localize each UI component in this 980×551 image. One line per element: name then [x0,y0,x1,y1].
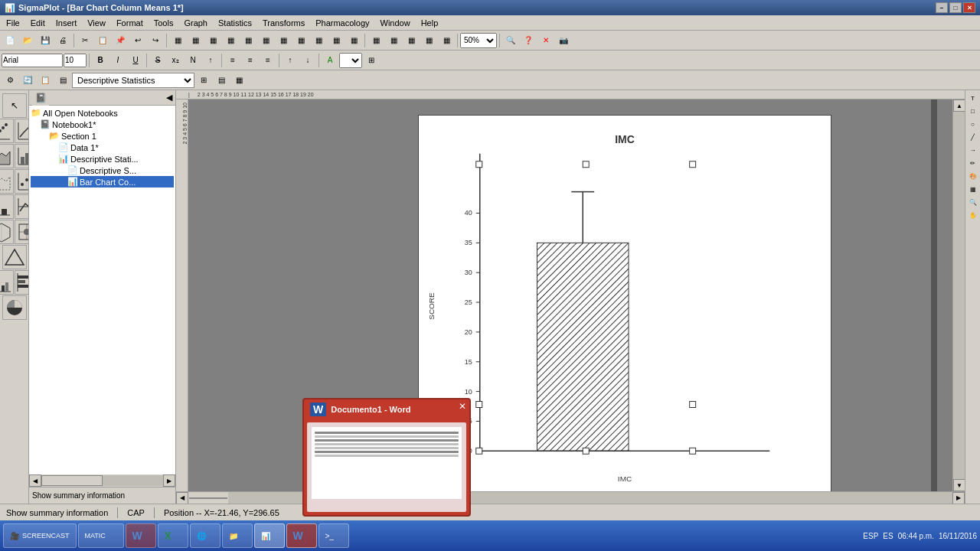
tb-btn-i[interactable]: ▦ [310,32,327,49]
tb-btn-h[interactable]: ▦ [292,32,309,49]
zoom-dropdown[interactable]: 50% 75% 100% [460,33,497,48]
tb-btn-n[interactable]: ▦ [403,32,420,49]
matic-btn[interactable]: MATIC [78,523,124,548]
menu-view[interactable]: View [83,17,110,29]
tb-btn-l[interactable]: ▦ [368,32,384,49]
popup-close-btn[interactable]: ✕ [459,401,466,412]
align-left[interactable]: ≡ [224,52,241,69]
chart-scatter1[interactable] [0,119,14,143]
rp-zoom-btn[interactable]: 🔍 [967,196,979,208]
nav-scroll-left[interactable]: ◀ [29,474,41,487]
print-button[interactable]: 🖨 [54,32,71,49]
new-button[interactable]: 📄 [2,32,18,49]
menu-tools[interactable]: Tools [149,17,178,29]
chart-area1[interactable] [0,144,14,168]
menu-window[interactable]: Window [376,17,415,29]
font-symbol[interactable]: N [185,52,201,69]
rp-color-btn[interactable]: 🎨 [967,170,979,182]
arrow-up[interactable]: ↑ [282,52,299,69]
taskbar-ie[interactable]: 🌐 [190,523,220,548]
taskbar-folder[interactable]: 📁 [222,523,253,548]
tree-desc-s[interactable]: 📄 Descriptive S... [31,165,174,176]
stop-button[interactable]: ✕ [537,32,554,49]
tb-btn-o[interactable]: ▦ [420,32,437,49]
stats-icon2[interactable]: 🔄 [19,72,36,89]
tree-data1[interactable]: 📄 Data 1* [31,142,174,153]
align-center[interactable]: ≡ [242,52,259,69]
menu-edit[interactable]: Edit [26,17,50,29]
tb-btn-k[interactable]: ▦ [345,32,362,49]
stats-icon5[interactable]: ⊞ [195,72,212,89]
taskbar-word[interactable]: W [126,523,156,548]
maximize-button[interactable]: □ [949,2,962,13]
strikethrough-button[interactable]: S [149,52,166,69]
cut-button[interactable]: ✂ [77,32,93,49]
chart-scatter2[interactable] [15,169,29,194]
tree-bar-chart[interactable]: 📊 Bar Chart Co... [31,176,174,187]
menu-insert[interactable]: Insert [51,17,82,29]
nav-collapse-btn[interactable]: ◀ [166,93,172,103]
arrow-down[interactable]: ↓ [299,52,316,69]
stats-icon7[interactable]: ▦ [230,72,247,89]
vscroll-up[interactable]: ▲ [953,99,965,112]
tb-btn-f[interactable]: ▦ [257,32,274,49]
vscroll-down[interactable]: ▼ [953,479,965,491]
nav-scroll-right[interactable]: ▶ [163,474,175,487]
paste-button[interactable]: 📌 [112,32,129,49]
tb-btn-e[interactable]: ▦ [240,32,256,49]
close-button[interactable]: ✕ [963,2,975,13]
tree-all-notebooks[interactable]: 📁 All Open Notebooks [31,107,174,119]
word-popup[interactable]: W Documento1 - Word ✕ [302,398,471,517]
chart-polar1[interactable] [0,169,14,194]
taskbar-cmd[interactable]: >_ [318,523,349,548]
chart-bar1[interactable] [15,144,29,168]
tree-notebook1[interactable]: 📓 Notebook1* [31,119,174,130]
open-button[interactable]: 📂 [19,32,36,49]
tool-triangle[interactable] [2,245,27,269]
tb-btn-p[interactable]: ▦ [438,32,455,49]
nav-scroll-thumb[interactable] [41,475,163,486]
hscroll-right[interactable]: ▶ [952,492,965,504]
minimize-button[interactable]: − [936,2,948,13]
redo-button[interactable]: ↪ [147,32,164,49]
rp-circle-btn[interactable]: ○ [967,118,979,130]
menu-transforms[interactable]: Transforms [258,17,309,29]
hscroll-thumb[interactable] [189,497,227,499]
rp-line-btn[interactable]: ╱ [967,131,979,143]
menu-help[interactable]: Help [416,17,443,29]
taskbar-word2[interactable]: W [286,523,317,548]
bold-button[interactable]: B [92,52,109,69]
chart-line1[interactable] [15,119,29,143]
chart-bar2[interactable] [0,194,14,219]
tb-btn-a[interactable]: ▦ [169,32,186,49]
chart-grouped-bar[interactable] [0,270,14,295]
chart-3d[interactable] [0,220,14,244]
menu-format[interactable]: Format [112,17,148,29]
menu-statistics[interactable]: Statistics [214,17,256,29]
tb-btn-c[interactable]: ▦ [204,32,221,49]
taskbar-excel[interactable]: X [158,523,188,548]
align-right[interactable]: ≡ [260,52,276,69]
tb-btn-m[interactable]: ▦ [385,32,402,49]
tool-pointer[interactable]: ↖ [2,93,27,118]
color-dropdown[interactable] [339,53,362,68]
stats-icon3[interactable]: 📋 [37,72,54,89]
tb-btn-j[interactable]: ▦ [328,32,345,49]
font-symbol2[interactable]: ↑ [202,52,219,69]
underline-button[interactable]: U [127,52,144,69]
chart-line2[interactable] [15,194,29,219]
help-button[interactable]: ❓ [520,32,537,49]
tb-btn-d[interactable]: ▦ [222,32,239,49]
rp-arrow-btn[interactable]: → [967,144,979,156]
vscroll-track[interactable] [953,112,965,479]
rp-fill-btn[interactable]: ▦ [967,183,979,195]
stats-dropdown[interactable]: Descriptive Statistics [72,73,194,88]
font-family-input[interactable] [2,54,63,67]
tree-desc-stats[interactable]: 📊 Descriptive Stati... [31,153,174,165]
chart-pie[interactable] [2,295,27,320]
rp-text-btn[interactable]: T [967,92,979,104]
screencast-btn[interactable]: 🎥 SCREENCAST [3,523,77,548]
stats-icon4[interactable]: ▤ [54,72,71,89]
chart-special[interactable] [15,220,29,244]
menu-graph[interactable]: Graph [179,17,212,29]
